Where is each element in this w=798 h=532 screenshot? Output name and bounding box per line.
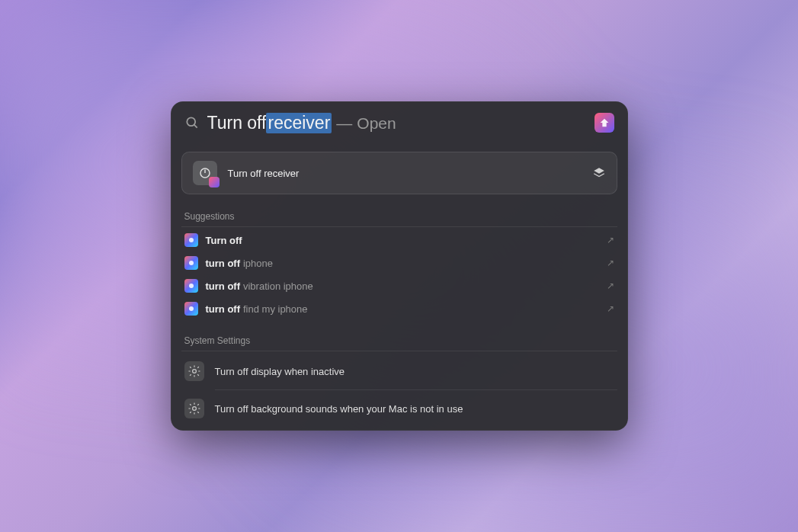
svg-point-6 <box>189 284 194 288</box>
top-hit-result[interactable]: Turn off receiver <box>181 152 617 194</box>
system-settings-row[interactable]: Turn off background sounds when your Mac… <box>181 390 617 427</box>
suggestions-header: Suggestions <box>181 210 617 226</box>
gear-icon <box>184 399 204 418</box>
results-area: Turn off receiver Suggestions Turn off ↗ <box>171 144 628 431</box>
search-bar: Turn off receiver — Open <box>171 101 628 144</box>
svg-point-5 <box>189 261 194 265</box>
shortcuts-app-icon <box>594 113 614 133</box>
svg-point-9 <box>192 407 196 411</box>
svg-point-0 <box>187 117 195 126</box>
open-arrow-icon: ↗ <box>607 303 614 314</box>
suggestion-row[interactable]: Turn off ↗ <box>181 229 617 252</box>
svg-point-4 <box>189 238 194 242</box>
search-typed-text: Turn off <box>207 113 267 133</box>
suggestion-label: turn off vibration iphone <box>206 280 599 292</box>
search-autocomplete-text: receiver <box>266 113 332 133</box>
search-action-hint: Open <box>357 114 396 133</box>
siri-icon <box>184 279 198 293</box>
suggestion-row[interactable]: turn off iphone ↗ <box>181 252 617 274</box>
siri-icon <box>184 233 198 247</box>
suggestion-label: turn off iphone <box>206 258 599 269</box>
svg-line-1 <box>194 125 197 128</box>
open-arrow-icon: ↗ <box>607 258 614 268</box>
siri-icon <box>184 302 198 316</box>
suggestion-row[interactable]: turn off find my iphone ↗ <box>181 297 617 320</box>
siri-icon <box>184 256 198 270</box>
search-input[interactable]: Turn off receiver — Open <box>207 113 594 133</box>
open-arrow-icon: ↗ <box>607 280 614 291</box>
gear-icon <box>184 361 204 381</box>
suggestion-row[interactable]: turn off vibration iphone ↗ <box>181 274 617 297</box>
system-settings-header: System Settings <box>181 334 617 351</box>
power-icon <box>193 161 217 185</box>
spotlight-window: Turn off receiver — Open Turn off receiv… <box>171 101 628 431</box>
shortcuts-badge-icon <box>209 177 220 187</box>
search-action-separator: — <box>336 114 352 133</box>
svg-point-7 <box>189 306 194 311</box>
svg-point-8 <box>192 370 196 373</box>
divider <box>181 226 617 227</box>
divider <box>181 351 617 351</box>
search-icon <box>184 115 200 130</box>
settings-label: Turn off background sounds when your Mac… <box>215 403 614 415</box>
stack-icon <box>592 166 606 180</box>
open-arrow-icon: ↗ <box>607 235 614 245</box>
suggestion-label: turn off find my iphone <box>206 303 599 315</box>
settings-label: Turn off display when inactive <box>215 366 614 377</box>
system-settings-row[interactable]: Turn off display when inactive <box>181 353 617 389</box>
suggestion-label: Turn off <box>206 235 599 246</box>
top-hit-label: Turn off receiver <box>228 168 582 179</box>
